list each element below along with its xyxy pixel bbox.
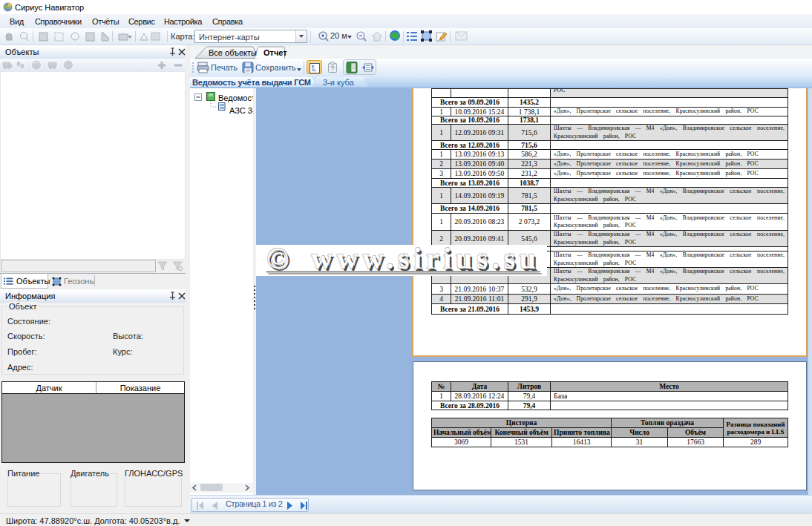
svg-text:?: ? xyxy=(330,64,334,72)
